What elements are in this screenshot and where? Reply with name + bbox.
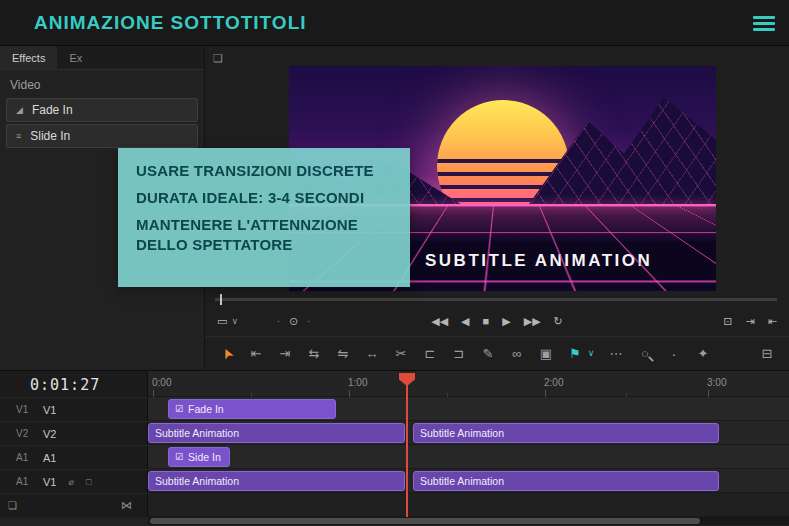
track-number: A1 bbox=[16, 452, 31, 463]
track-header-a1[interactable]: A1 A1 bbox=[0, 445, 148, 469]
rate-stretch-tool-icon[interactable]: ↔ bbox=[363, 347, 381, 360]
playback-buttons-group: ◀◀ ◀ ■ ▶ ▶▶ ↻ bbox=[431, 306, 563, 336]
loop-button[interactable]: ↻ bbox=[554, 316, 563, 327]
marker-flag-chevron-icon[interactable]: ∨ bbox=[586, 349, 596, 358]
play-button[interactable]: ▶ bbox=[502, 316, 510, 327]
subtitle-caption: SUBTITLE ANIMATION bbox=[425, 251, 652, 271]
scrub-playhead-handle[interactable] bbox=[220, 294, 222, 305]
track-header-a2[interactable]: A1 V1 ⌀ □ bbox=[0, 469, 148, 493]
editing-toolbar: ➤ ⇤ ⇥ ⇆ ⇋ ↔ ✂ ⊏ ⊐ ✎ ∞ ▣ ⚑ ∨ ⋯ ○ · ✦ ⊟ bbox=[205, 336, 789, 370]
lane-a1: ☑ Side In bbox=[148, 445, 789, 469]
step-back-button[interactable]: ◀ bbox=[461, 316, 469, 327]
snap-indicator-icon[interactable]: · bbox=[665, 346, 683, 361]
ruler-label: 3:00 bbox=[707, 377, 726, 388]
clip-label: Side In bbox=[188, 451, 221, 463]
clip-subtitle-animation[interactable]: Subtitle Animation bbox=[413, 471, 719, 491]
selection-tool-icon[interactable]: ➤ bbox=[217, 342, 237, 364]
monitor-scrub-bar[interactable] bbox=[215, 298, 777, 301]
clip-label: Subtitle Animation bbox=[155, 427, 239, 439]
panel-toggle-icon[interactable]: ⊟ bbox=[758, 347, 776, 360]
lock-icon[interactable]: ▣ bbox=[537, 347, 555, 360]
header-bar: ANIMAZIONE SOTTOTITOLI bbox=[0, 0, 789, 46]
mark-out-icon[interactable]: · bbox=[307, 317, 310, 326]
note-line: USARE TRANSIZIONI DISCRETE bbox=[136, 161, 392, 180]
lane-empty bbox=[148, 493, 789, 517]
note-line: MANTENERE L'ATTENNZIONE DELLO SPETTATORE bbox=[136, 215, 392, 253]
ruler-label: 1:00 bbox=[348, 377, 367, 388]
track-header-v1[interactable]: V1 V1 bbox=[0, 397, 148, 421]
track-name: A1 bbox=[43, 452, 56, 464]
go-to-start-button[interactable]: ◀◀ bbox=[431, 316, 448, 327]
monitor-settings-chevron-icon[interactable]: ∨ bbox=[231, 317, 238, 326]
ruler-label: 2:00 bbox=[544, 377, 563, 388]
next-edit-button[interactable]: ⇥ bbox=[746, 316, 755, 327]
slide-tool-icon[interactable]: ⊐ bbox=[450, 347, 468, 360]
clip-label: Subtitle Animation bbox=[420, 475, 504, 487]
clip-fx-icon: ☑ bbox=[175, 452, 183, 462]
monitor-extra-buttons-group: ⊡ ⇥ ⇤ bbox=[723, 306, 777, 336]
monitor-settings-group: ▭ ∨ bbox=[217, 306, 238, 336]
effect-item-fade-in[interactable]: ◢ Fade In bbox=[6, 98, 198, 122]
track-solo-icon[interactable]: □ bbox=[86, 477, 91, 487]
clip-side-in[interactable]: ☑ Side In bbox=[168, 447, 230, 467]
timeline-scrollbar[interactable] bbox=[148, 517, 789, 525]
monitor-settings-icon[interactable]: ▭ bbox=[217, 316, 227, 327]
ruler-tick bbox=[708, 390, 709, 397]
ripple-edit-tool-icon[interactable]: ⇆ bbox=[305, 347, 323, 360]
rolling-edit-tool-icon[interactable]: ⇋ bbox=[334, 347, 352, 360]
track-name: V1 bbox=[43, 404, 56, 416]
subtitle-animation-editor: ANIMAZIONE SOTTOTITOLI Effects Ex Video … bbox=[0, 0, 789, 526]
track-options-icon[interactable]: ❏ bbox=[8, 500, 17, 511]
razor-tool-icon[interactable]: ✂ bbox=[392, 347, 410, 360]
clip-fade-in[interactable]: ☑ Fade In bbox=[168, 399, 336, 419]
hamburger-menu-icon[interactable] bbox=[753, 16, 775, 34]
clip-label: Subtitle Animation bbox=[420, 427, 504, 439]
hamburger-bar bbox=[753, 22, 775, 25]
mark-in-icon[interactable]: · bbox=[277, 317, 280, 326]
link-tool-icon[interactable]: ∞ bbox=[508, 347, 526, 360]
zoom-tool-icon[interactable]: ○ bbox=[636, 347, 654, 360]
lane-v2: Subtitle Animation Subtitle Animation bbox=[148, 421, 789, 445]
collapse-tracks-icon[interactable]: ⋈ bbox=[121, 499, 132, 512]
ruler-tick bbox=[153, 390, 154, 397]
ruler-tick bbox=[349, 390, 350, 397]
marker-shape-icon[interactable]: ✦ bbox=[694, 347, 712, 360]
tab-ex[interactable]: Ex bbox=[57, 46, 94, 69]
clip-subtitle-animation[interactable]: Subtitle Animation bbox=[148, 471, 405, 491]
clip-label: Subtitle Animation bbox=[155, 475, 239, 487]
hamburger-bar bbox=[753, 16, 775, 19]
stop-button[interactable]: ■ bbox=[483, 316, 490, 327]
track-name: V1 bbox=[43, 476, 56, 488]
track-lanes: ☑ Fade In Subtitle Animation Subtitle An… bbox=[148, 397, 789, 517]
add-marker-icon[interactable]: ⊙ bbox=[289, 316, 298, 327]
clip-fx-icon: ☑ bbox=[175, 404, 183, 414]
track-footer-row: ❏ ⋈ bbox=[0, 493, 148, 517]
pen-tool-icon[interactable]: ✎ bbox=[479, 347, 497, 360]
timecode-display[interactable]: 0:01:27 bbox=[30, 376, 100, 394]
marker-flag-icon[interactable]: ⚑ bbox=[566, 347, 584, 360]
page-title: ANIMAZIONE SOTTOTITOLI bbox=[34, 12, 307, 34]
clip-label: Fade In bbox=[188, 403, 224, 415]
track-select-forward-tool-icon[interactable]: ⇥ bbox=[276, 347, 294, 360]
track-number: V1 bbox=[16, 404, 31, 415]
transport-controls: ▭ ∨ · ⊙ · ◀◀ ◀ ■ ▶ ▶▶ ↻ ⊡ ⇥ ⇤ bbox=[205, 306, 789, 336]
go-to-end-button[interactable]: ▶▶ bbox=[524, 316, 541, 327]
slide-in-icon: ≡ bbox=[16, 131, 21, 141]
timeline-ruler[interactable]: 0:00 1:00 2:00 3:00 bbox=[148, 371, 789, 397]
track-number: V2 bbox=[16, 428, 31, 439]
slip-tool-icon[interactable]: ⊏ bbox=[421, 347, 439, 360]
timeline-scrollbar-thumb[interactable] bbox=[150, 518, 700, 524]
clip-subtitle-animation[interactable]: Subtitle Animation bbox=[413, 423, 719, 443]
tab-effects[interactable]: Effects bbox=[0, 46, 57, 69]
more-options-icon[interactable]: ⋯ bbox=[607, 347, 625, 360]
effect-item-label: Slide In bbox=[30, 129, 70, 143]
track-mute-icon[interactable]: ⌀ bbox=[68, 477, 73, 487]
track-header-column: 0:01:27 V1 V1 V2 V2 A1 A1 A1 V1 ⌀ □ ❏ ⋈ bbox=[0, 371, 148, 517]
track-select-backward-tool-icon[interactable]: ⇤ bbox=[247, 347, 265, 360]
clip-subtitle-animation[interactable]: Subtitle Animation bbox=[148, 423, 405, 443]
prev-edit-button[interactable]: ⇤ bbox=[768, 316, 777, 327]
track-number: A1 bbox=[16, 476, 31, 487]
export-frame-button[interactable]: ⊡ bbox=[723, 316, 732, 327]
track-header-v2[interactable]: V2 V2 bbox=[0, 421, 148, 445]
effect-item-slide-in[interactable]: ≡ Slide In bbox=[6, 124, 198, 148]
